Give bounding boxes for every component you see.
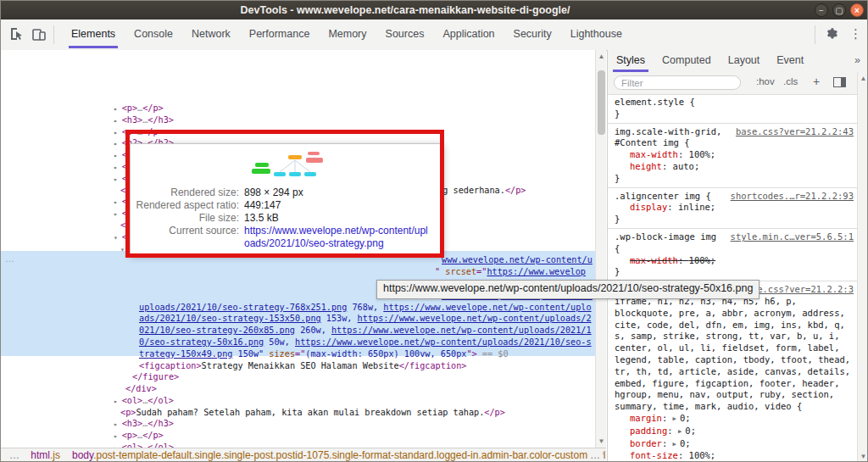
css-selector[interactable]: .aligncenter img { bbox=[615, 191, 711, 201]
scroll-up-icon[interactable]: ▲ bbox=[596, 53, 606, 60]
dom-tree-row[interactable]: " srcset="https://www.wevelop bbox=[435, 266, 586, 277]
close-button[interactable]: × bbox=[850, 3, 864, 17]
dom-tree-row[interactable]: <p>Sudah paham? Setelah paham, kita akan… bbox=[120, 407, 505, 418]
css-rules-list: element.style {}base.css?ver=21.2.2:43im… bbox=[608, 94, 857, 462]
gutter-more-icon[interactable]: … bbox=[5, 253, 15, 264]
settings-gear-icon[interactable] bbox=[825, 26, 839, 44]
css-selector[interactable]: #Content img { bbox=[615, 137, 690, 148]
tab-elements[interactable]: Elements bbox=[62, 19, 125, 49]
dom-tree-row[interactable]: www.wevelope.net/wp-content/u bbox=[442, 254, 593, 265]
dom-tree-row[interactable]: ▸ <ol>…</ol> bbox=[114, 395, 174, 407]
css-selector[interactable]: blockquote, pre, a, abbr, acronym, addre… bbox=[615, 308, 845, 318]
styles-scrollbar[interactable]: ▲ ▼ bbox=[857, 72, 868, 462]
css-rule: base.css?ver=21.2.2:43img.scale-with-gri… bbox=[608, 124, 857, 188]
css-rule: element.style {} bbox=[608, 94, 857, 124]
toggle-class-button[interactable]: .cls bbox=[783, 76, 798, 86]
tab-console[interactable]: Console bbox=[125, 19, 182, 49]
kebab-menu-icon[interactable]: ⋮ bbox=[849, 26, 862, 44]
css-selector[interactable]: s, samp, strike, strong, tt, var, b, u, … bbox=[615, 331, 840, 341]
dom-tree-row[interactable]: ▸ <ol>…</ol> bbox=[114, 442, 174, 448]
css-declaration[interactable]: max-width: 100%; bbox=[615, 149, 854, 161]
tab-performance[interactable]: Performance bbox=[240, 19, 320, 49]
toolbar-separator-right bbox=[815, 25, 815, 44]
dom-tree-row[interactable]: trategy-150x49.png 150w" sizes="(max-wid… bbox=[139, 348, 509, 359]
breadcrumb-overflow-right[interactable]: … bbox=[587, 448, 603, 462]
tab-application[interactable]: Application bbox=[433, 19, 504, 49]
breadcrumb-item[interactable]: body.post-template-default.single.single… bbox=[72, 449, 605, 461]
dom-tree-row[interactable]: ▸ <p>…</p> bbox=[114, 103, 164, 114]
styles-sidebar: StylesComputedLayoutEvent Listeners» :ho… bbox=[607, 50, 868, 462]
red-annotation-box bbox=[125, 130, 444, 258]
stylesheet-link[interactable]: base.css?ver=21.2.2:43 bbox=[736, 126, 854, 138]
styles-filter-input[interactable] bbox=[614, 75, 741, 90]
css-declaration[interactable]: font-size: 100%; bbox=[615, 450, 854, 462]
tab-network[interactable]: Network bbox=[182, 19, 240, 49]
toolbar-separator bbox=[53, 25, 54, 44]
devtools-toolbar: ElementsConsoleNetworkPerformanceMemoryS… bbox=[1, 19, 868, 51]
css-rule: style.min.c…ver=5.6.5:1.wp-block-image i… bbox=[608, 229, 857, 281]
elements-scrollbar[interactable]: ▲ ▼ bbox=[595, 50, 606, 448]
tab-security[interactable]: Security bbox=[504, 19, 561, 49]
css-selector[interactable]: { bbox=[615, 243, 620, 253]
dom-tree-row[interactable]: uploads/2021/10/seo-strategy-768x251.png… bbox=[139, 302, 592, 313]
breadcrumb: html.jsbody.post-template-default.single… bbox=[31, 449, 606, 461]
styles-filter-row: :hov .cls + bbox=[608, 72, 868, 95]
css-declaration[interactable]: display: inline; bbox=[615, 202, 854, 214]
css-declaration[interactable]: margin: ▶ 0; bbox=[615, 413, 854, 426]
dom-tree-row[interactable]: ▸ <p>…</p> bbox=[114, 430, 164, 442]
new-style-rule-button[interactable]: + bbox=[813, 75, 820, 88]
css-selector[interactable]: embed, figure, figcaption, footer, heade… bbox=[615, 378, 840, 388]
tab-sources[interactable]: Sources bbox=[376, 19, 434, 49]
dom-tree-row[interactable]: </div> bbox=[125, 383, 157, 394]
css-selector[interactable]: .wp-block-image img bbox=[615, 231, 716, 242]
toggle-hover-state-button[interactable]: :hov bbox=[756, 76, 775, 86]
window-controls: − ▢ × bbox=[815, 3, 864, 17]
breadcrumb-overflow-left[interactable]: … bbox=[1, 449, 28, 461]
title-bar: DevTools - www.wevelope.net/cara-menaikk… bbox=[1, 1, 868, 20]
css-selector[interactable]: cite, code, del, dfn, em, img, ins, kbd,… bbox=[615, 320, 845, 330]
styles-scroll-up-icon[interactable]: ▲ bbox=[858, 75, 868, 82]
css-selector[interactable]: element.style { bbox=[615, 97, 695, 107]
maximize-button[interactable]: ▢ bbox=[832, 3, 846, 17]
dom-tree-row[interactable]: 021/10/seo-strategy-260x85.png 260w, htt… bbox=[139, 325, 592, 336]
dom-tree-row[interactable]: ▸ <h3>…</h3> bbox=[114, 418, 174, 430]
stylesheet-link[interactable]: style.min.c…ver=5.6.5:1 bbox=[731, 231, 854, 243]
css-declaration[interactable]: padding: ▶ 0; bbox=[615, 426, 854, 438]
css-declaration[interactable]: max-width: 100%; bbox=[615, 255, 854, 267]
dom-tree-row[interactable]: ads/2021/10/seo-strategy-153x50.png 153w… bbox=[139, 313, 592, 324]
css-selector[interactable]: hgroup, menu, nav, output, ruby, section… bbox=[615, 389, 834, 399]
stylesheet-link[interactable]: shortcodes.…r=21.2.2:93 bbox=[731, 191, 854, 203]
inspect-element-icon[interactable] bbox=[9, 26, 26, 43]
dom-tree-row[interactable]: </figure> bbox=[132, 371, 179, 382]
device-toolbar-icon[interactable] bbox=[31, 26, 48, 43]
tab-memory[interactable]: Memory bbox=[319, 19, 376, 49]
sidebar-tabs: StylesComputedLayoutEvent Listeners» bbox=[608, 50, 868, 73]
computed-sidebar-toggle-icon[interactable] bbox=[833, 77, 846, 87]
css-selector[interactable]: center, ol, ul, li, fieldset, form, labe… bbox=[615, 342, 840, 353]
sidebar-tab-layout[interactable]: Layout bbox=[720, 50, 769, 72]
css-rule: base.css?ver=21.2.2:3html, body, div, sp… bbox=[608, 281, 857, 462]
dom-tree-row[interactable]: ▸ <h3>…</h3> bbox=[114, 114, 174, 126]
dom-tree-row[interactable]: <figcaption>Strategy Menaikkan SEO Halam… bbox=[139, 360, 466, 371]
url-hover-tooltip: https://www.wevelope.net/wp-content/uplo… bbox=[376, 280, 760, 299]
css-selector[interactable]: tr, th, td, article, aside, canvas, deta… bbox=[615, 366, 850, 376]
tab-lighthouse[interactable]: Lighthouse bbox=[561, 19, 632, 49]
devtools-window: DevTools - www.wevelope.net/cara-menaikk… bbox=[0, 0, 868, 462]
sidebar-tab-styles[interactable]: Styles bbox=[608, 50, 654, 72]
elements-scroll-thumb[interactable] bbox=[598, 70, 605, 135]
css-selector[interactable]: img.scale-with-grid, bbox=[615, 126, 721, 136]
scroll-down-icon[interactable]: ▼ bbox=[596, 437, 606, 445]
sidebar-tabs-overflow-icon[interactable]: » bbox=[846, 50, 868, 72]
css-rule: shortcodes.…r=21.2.2:93.aligncenter img … bbox=[608, 188, 857, 229]
css-selector[interactable]: summary, time, mark, audio, video { bbox=[615, 401, 802, 411]
sidebar-tab-computed[interactable]: Computed bbox=[654, 50, 720, 72]
css-declaration[interactable]: border: ▶ 0; bbox=[615, 438, 854, 451]
dom-tree-row[interactable]: 0/seo-strategy-50x16.png 50w, https://ww… bbox=[139, 337, 592, 348]
minimize-button[interactable]: − bbox=[815, 3, 828, 17]
css-selector[interactable]: legend, table, caption, tbody, tfoot, th… bbox=[615, 354, 850, 365]
breadcrumb-item[interactable]: html.js bbox=[31, 449, 60, 461]
css-declaration[interactable]: height: auto; bbox=[615, 161, 854, 173]
sidebar-tab-event-listeners[interactable]: Event Listeners bbox=[768, 50, 846, 72]
window-title: DevTools - www.wevelope.net/cara-menaikk… bbox=[1, 1, 810, 19]
styles-scroll-down-icon[interactable]: ▼ bbox=[858, 453, 868, 460]
